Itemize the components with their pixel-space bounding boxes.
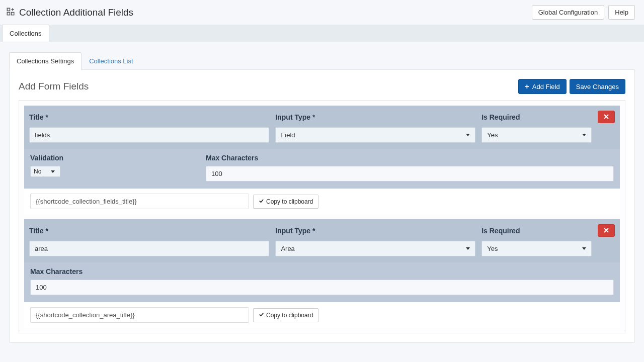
help-button[interactable]: Help: [608, 5, 635, 20]
field-card: Title * Input Type * Is Required: [24, 219, 620, 328]
header-actions: Global Configuration Help: [532, 5, 635, 20]
svg-rect-1: [7, 13, 10, 15]
global-config-button[interactable]: Global Configuration: [532, 5, 605, 20]
label-is-required: Is Required: [481, 113, 592, 121]
title-input[interactable]: [29, 241, 269, 256]
copy-label: Copy to clipboard: [266, 198, 313, 205]
sub-settings: Max Characters: [24, 262, 620, 302]
close-icon: [604, 113, 609, 121]
panel-header: Add Form Fields Add Field Save Changes: [19, 79, 625, 94]
field-inputs: Area Yes: [24, 241, 620, 262]
panel-form-fields: Add Form Fields Add Field Save Changes T…: [9, 69, 635, 343]
check-icon: [259, 312, 264, 319]
max-chars-input[interactable]: [30, 280, 614, 295]
field-card: Title * Input Type * Is Required: [24, 106, 620, 214]
delete-field-button[interactable]: [598, 111, 615, 123]
input-type-select[interactable]: Area: [275, 241, 475, 256]
label-input-type: Input Type *: [275, 227, 475, 235]
shortcode-row: Copy to clipboard: [24, 189, 620, 214]
sub-settings: Validation No Max Characters: [24, 149, 620, 189]
is-required-select[interactable]: Yes: [481, 127, 592, 143]
copy-clipboard-button[interactable]: Copy to clipboard: [253, 195, 318, 209]
label-is-required: Is Required: [481, 227, 592, 235]
tab-collections-list[interactable]: Collections List: [82, 52, 140, 70]
content-wrapper: Collections Settings Collections List Ad…: [0, 42, 644, 353]
panel-actions: Add Field Save Changes: [518, 79, 625, 94]
secondary-tabs: Collections Settings Collections List: [9, 52, 635, 70]
panel-title: Add Form Fields: [19, 81, 89, 92]
tab-collections[interactable]: Collections: [2, 25, 49, 42]
delete-field-button[interactable]: [598, 224, 615, 237]
plus-icon: [525, 82, 529, 90]
input-type-select[interactable]: Field: [275, 127, 475, 143]
fields-container: Title * Input Type * Is Required: [19, 100, 625, 333]
label-title: Title *: [29, 113, 269, 121]
add-field-button[interactable]: Add Field: [518, 79, 567, 94]
page-header: Collection Additional Fields Global Conf…: [0, 0, 644, 25]
field-headers: Title * Input Type * Is Required: [24, 106, 620, 127]
page-title: Collection Additional Fields: [19, 7, 133, 18]
validation-select[interactable]: No: [30, 166, 60, 177]
primary-tabs: Collections: [0, 25, 644, 42]
save-changes-button[interactable]: Save Changes: [570, 79, 625, 94]
svg-rect-2: [12, 13, 14, 15]
shortcode-input[interactable]: [30, 307, 249, 323]
svg-rect-0: [7, 8, 10, 11]
shortcode-row: Copy to clipboard: [24, 302, 620, 328]
is-required-select[interactable]: Yes: [481, 241, 592, 256]
label-title: Title *: [29, 227, 269, 235]
tab-collections-settings[interactable]: Collections Settings: [9, 52, 82, 70]
page-title-wrap: Collection Additional Fields: [6, 7, 133, 18]
copy-label: Copy to clipboard: [266, 312, 313, 319]
shortcode-input[interactable]: [30, 194, 249, 209]
grid-plus-icon: [6, 7, 15, 18]
max-chars-input[interactable]: [206, 166, 614, 182]
label-input-type: Input Type *: [275, 113, 475, 121]
add-field-label: Add Field: [532, 83, 560, 90]
label-validation: Validation: [30, 154, 199, 162]
field-inputs: Field Yes: [24, 127, 620, 149]
check-icon: [259, 198, 264, 205]
field-headers: Title * Input Type * Is Required: [24, 219, 620, 241]
close-icon: [604, 227, 609, 234]
copy-clipboard-button[interactable]: Copy to clipboard: [253, 308, 318, 322]
title-input[interactable]: [29, 127, 269, 143]
label-max-chars: Max Characters: [206, 154, 614, 162]
label-max-chars: Max Characters: [30, 267, 614, 276]
